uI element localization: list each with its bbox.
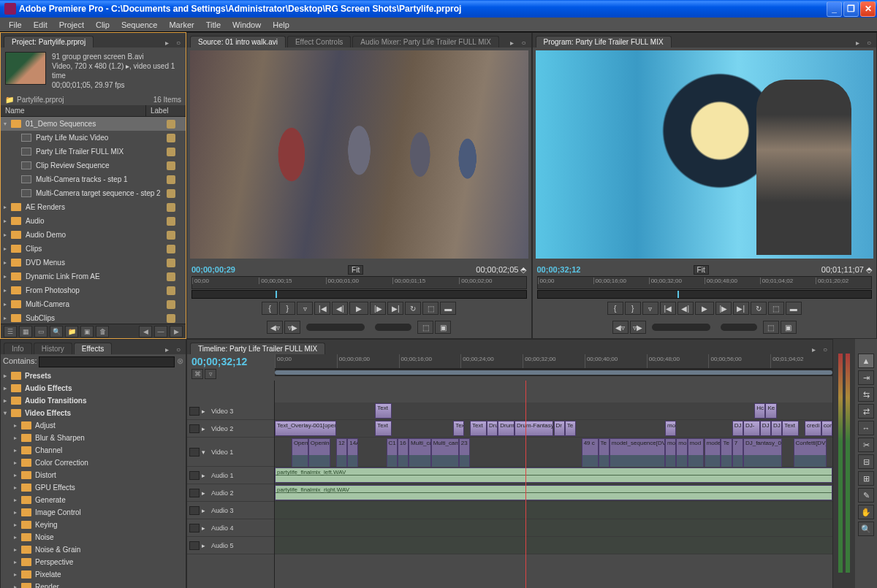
step-back-button[interactable]: ◀|	[332, 302, 348, 315]
bin-row[interactable]: ▸From Photoshop	[1, 283, 186, 297]
effects-tab[interactable]: History	[34, 343, 72, 354]
shuttle-slider[interactable]	[652, 324, 710, 331]
panel-close-icon[interactable]: ○	[174, 345, 183, 354]
program-scrubbar[interactable]	[537, 290, 873, 299]
track-header-v1[interactable]: ▾Video 1	[187, 438, 274, 467]
column-label[interactable]: Label	[146, 105, 186, 116]
icon-view-button[interactable]: ▦	[19, 326, 32, 337]
clip-thumbnail[interactable]	[5, 52, 46, 85]
eye-icon[interactable]	[189, 424, 200, 433]
timeline-clip[interactable]: mo	[665, 421, 676, 436]
effects-folder[interactable]: ▸Render	[1, 581, 186, 588]
goto-in-button[interactable]: |◀	[660, 302, 676, 315]
bin-row[interactable]: Clip Review Sequence	[1, 159, 186, 172]
bin-row[interactable]: ▸Multi-Camera	[1, 297, 186, 311]
lift-button[interactable]: ⬚	[768, 302, 784, 315]
label-swatch[interactable]	[167, 120, 175, 129]
bin-row[interactable]: ▸SubClips	[1, 311, 186, 324]
project-tab[interactable]: Project: Partylife.prproj	[4, 36, 94, 47]
list-view-button[interactable]: ☰	[4, 326, 17, 337]
step-fwd-button[interactable]: |▶	[370, 302, 386, 315]
ripple-edit-tool[interactable]: ⇆	[858, 387, 874, 402]
menu-file[interactable]: File	[3, 19, 28, 31]
bin-row[interactable]: Party Life Music Video	[1, 131, 186, 145]
audio-clip[interactable]: partylife_finalmix_right.WAV	[275, 485, 832, 500]
mark-in-button[interactable]: {	[607, 302, 623, 315]
zoom-in-button[interactable]: ▶	[170, 326, 183, 337]
effects-search-input[interactable]	[39, 356, 175, 367]
column-name[interactable]: Name	[1, 105, 146, 116]
extract-button[interactable]: ▬	[786, 302, 802, 315]
label-swatch[interactable]	[167, 203, 175, 212]
label-swatch[interactable]	[167, 134, 175, 142]
play-button[interactable]: ▶	[695, 302, 714, 315]
eye-icon[interactable]	[189, 448, 200, 457]
eye-icon[interactable]	[189, 407, 200, 416]
effects-tab[interactable]: Info	[4, 343, 32, 354]
label-swatch[interactable]	[167, 245, 175, 253]
effects-folder[interactable]: ▸Generate	[1, 494, 186, 506]
maximize-button[interactable]: ❐	[843, 1, 859, 17]
track-header-a1[interactable]: ▸Audio 1	[187, 467, 274, 484]
bin-row[interactable]: ▸Clips	[1, 242, 186, 256]
timeline-clip[interactable]: Tex	[453, 421, 464, 436]
timeline-clip[interactable]: Dr	[554, 421, 565, 436]
razor-tool[interactable]: ✂	[858, 438, 874, 452]
bin-row[interactable]: ▸AE Renders	[1, 200, 186, 214]
speaker-icon[interactable]	[189, 524, 200, 532]
label-swatch[interactable]	[167, 259, 175, 267]
effects-tree[interactable]: ▸Presets▸Audio Effects▸Audio Transitions…	[1, 370, 186, 588]
timeline-clip[interactable]: Text	[375, 421, 392, 436]
timeline-clip[interactable]: con	[821, 421, 832, 436]
program-timecode[interactable]: 00;00;32;12	[537, 265, 581, 274]
panel-menu-icon[interactable]: ▸	[853, 39, 862, 47]
effects-folder[interactable]: ▸Adjust	[1, 419, 186, 432]
label-swatch[interactable]	[167, 161, 175, 170]
timeline-clip[interactable]: Dru	[487, 421, 498, 436]
timeline-clip[interactable]: Drum	[498, 421, 515, 436]
close-button[interactable]: ✕	[860, 1, 876, 17]
clear-search-icon[interactable]: ⊗	[177, 356, 183, 367]
label-swatch[interactable]	[167, 300, 175, 309]
marker-button[interactable]: ▿	[205, 369, 216, 379]
set-marker-button[interactable]: ▿	[642, 302, 658, 315]
export-frame-button[interactable]: ▣	[435, 321, 451, 334]
label-swatch[interactable]	[167, 231, 175, 240]
label-swatch[interactable]	[167, 148, 175, 156]
effects-folder[interactable]: ▸Audio Transitions	[1, 394, 186, 407]
loop-button[interactable]: ↻	[751, 302, 767, 315]
goto-out-button[interactable]: ▶|	[733, 302, 749, 315]
effects-folder[interactable]: ▸Keying	[1, 519, 186, 531]
menu-title[interactable]: Title	[200, 19, 227, 31]
next-marker-button[interactable]: ▿▶	[284, 321, 300, 334]
new-item-button[interactable]: ▣	[80, 326, 94, 337]
label-swatch[interactable]	[167, 217, 175, 226]
mark-out-button[interactable]: }	[625, 302, 641, 315]
audio-clip[interactable]: partylife_finalmix_left.WAV	[275, 467, 832, 483]
selection-tool[interactable]: ▲	[858, 354, 874, 368]
playhead[interactable]	[525, 381, 526, 588]
track-header-a2[interactable]: ▸Audio 2	[187, 484, 274, 502]
slip-tool[interactable]: ⊟	[858, 454, 874, 469]
panel-close-icon[interactable]: ○	[865, 39, 873, 47]
find-button[interactable]: 🔍	[50, 326, 63, 337]
jog-wheel[interactable]	[375, 324, 411, 331]
goto-in-button[interactable]: |◀	[314, 302, 330, 315]
jog-wheel[interactable]	[721, 324, 757, 331]
panel-menu-icon[interactable]: ▸	[809, 345, 818, 354]
menu-sequence[interactable]: Sequence	[115, 19, 164, 31]
menu-edit[interactable]: Edit	[28, 19, 53, 31]
folder-up-icon[interactable]: 📁	[5, 96, 14, 104]
zoom-slider[interactable]: —	[154, 326, 167, 337]
menu-project[interactable]: Project	[53, 19, 90, 31]
bin-row[interactable]: ▾01_Demo Sequences	[1, 117, 186, 131]
mark-out-button[interactable]: }	[279, 302, 295, 315]
timeline-timecode[interactable]: 00;00;32;12	[191, 356, 270, 367]
timeline-clip[interactable]: Text	[375, 403, 392, 419]
zoom-tool[interactable]: 🔍	[858, 522, 874, 536]
bin-row[interactable]: Party Life Trailer FULL MIX	[1, 145, 186, 159]
program-zoom-select[interactable]: Fit	[694, 265, 709, 275]
label-swatch[interactable]	[167, 314, 175, 323]
mark-in-button[interactable]: {	[262, 302, 278, 315]
rate-stretch-tool[interactable]: ↔	[858, 421, 874, 435]
